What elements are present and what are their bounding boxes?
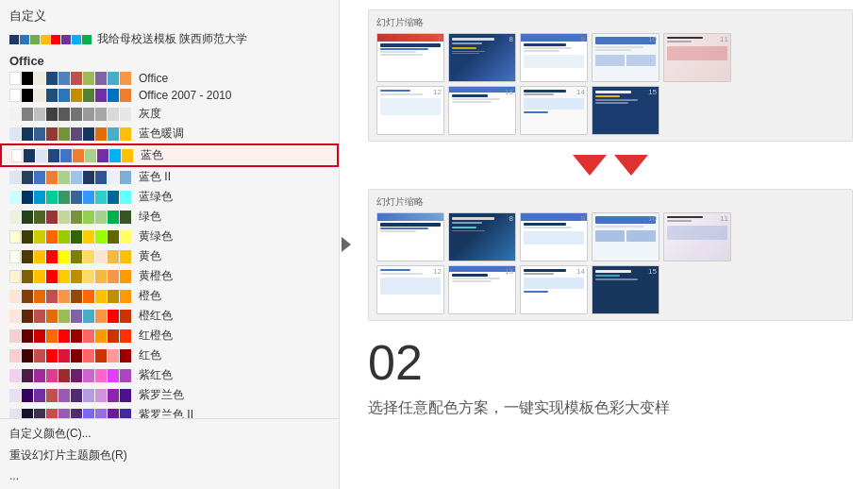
theme-item-9[interactable]: 黄色 (0, 246, 339, 266)
bottom-grid-label: 幻灯片缩略 (376, 195, 844, 209)
theme-swatches-3 (9, 127, 131, 141)
right-panel: 幻灯片缩略 7 (353, 0, 868, 489)
theme-label-4: 蓝色 (141, 147, 163, 163)
bottom-slide-num-11: 11 (720, 214, 728, 223)
top-slide-row: 7 8 (376, 33, 844, 82)
theme-item-14[interactable]: 红色 (0, 346, 339, 365)
theme-label-1: Office 2007 - 2010 (139, 89, 232, 102)
theme-item-3[interactable]: 蓝色暖调 (0, 124, 339, 143)
theme-item-17[interactable]: 紫罗兰色 II (0, 405, 339, 418)
slide-num-15: 15 (648, 88, 657, 96)
theme-item-7[interactable]: 绿色 (0, 207, 339, 227)
theme-item-13[interactable]: 红橙色 (0, 326, 339, 346)
theme-item-11[interactable]: 橙色 (0, 286, 339, 306)
theme-label-9: 黄色 (139, 248, 161, 264)
dots-item: ... (9, 466, 329, 485)
theme-label-6: 蓝绿色 (139, 189, 173, 205)
slide-thumb-10: 10 (592, 33, 659, 82)
custom-colors-item[interactable]: 自定义颜色(C)... (9, 423, 329, 445)
bottom-slide-thumb-15: 15 (592, 265, 659, 314)
bottom-slide-num-10: 10 (648, 214, 657, 223)
theme-label-12: 橙红色 (139, 308, 173, 324)
theme-swatches-14 (9, 349, 131, 363)
slide-num-9: 9 (581, 35, 585, 43)
arrow-down-1 (573, 155, 607, 176)
theme-item-6[interactable]: 蓝绿色 (0, 187, 339, 207)
theme-item-4[interactable]: 蓝色 (0, 143, 339, 167)
theme-swatches-5 (9, 171, 131, 184)
description-text: 选择任意配色方案，一键实现模板色彩大变样 (368, 398, 853, 418)
theme-list: OfficeOffice 2007 - 2010灰度蓝色暖调蓝色蓝色 II蓝绿色… (0, 70, 339, 418)
bottom-slide-num-8: 8 (509, 214, 513, 223)
slide-thumb-14: 14 (520, 86, 588, 135)
left-panel: 自定义 我给母校送模板 陕西师范大学 Office OfficeOffice 2… (0, 0, 340, 489)
slide-num-11: 11 (720, 35, 728, 43)
theme-label-5: 蓝色 II (139, 169, 171, 185)
reset-theme-item[interactable]: 重设幻灯片主题颜色(R) (9, 445, 329, 466)
theme-swatches-13 (9, 329, 131, 343)
theme-item-5[interactable]: 蓝色 II (0, 167, 339, 187)
theme-label-8: 黄绿色 (139, 228, 173, 244)
panel-arrow (340, 0, 353, 489)
theme-swatches-0 (9, 72, 131, 85)
slide-num-10: 10 (648, 35, 657, 43)
theme-swatches-1 (9, 89, 131, 102)
theme-label-11: 橙色 (139, 288, 161, 304)
theme-label-14: 红色 (139, 347, 161, 363)
bottom-slide-num-9: 9 (581, 214, 585, 223)
slide-num-7: 7 (438, 35, 442, 43)
bottom-slide-thumb-14: 14 (520, 265, 588, 314)
bottom-slide-num-13: 13 (505, 267, 513, 276)
slide-thumb-8: 8 (448, 33, 516, 82)
theme-label-0: Office (139, 72, 168, 85)
bottom-slide-num-12: 12 (433, 267, 442, 276)
theme-swatches-7 (9, 211, 131, 224)
panel-title: 自定义 (0, 0, 339, 28)
slide-num-12: 12 (433, 88, 442, 96)
slide-num-13: 13 (505, 88, 513, 96)
arrow-container (368, 151, 853, 179)
theme-swatches-6 (9, 191, 131, 204)
custom-swatches (9, 35, 92, 44)
theme-swatches-4 (11, 149, 133, 162)
theme-item-12[interactable]: 橙红色 (0, 306, 339, 326)
top-slide-row-2: 12 13 14 (376, 86, 844, 135)
bottom-slide-thumb-11: 11 (663, 212, 731, 261)
theme-item-0[interactable]: Office (0, 70, 339, 87)
bottom-slide-thumb-13: 13 (448, 265, 516, 314)
slide-thumb-11: 11 (663, 33, 731, 82)
theme-swatches-17 (9, 409, 131, 419)
theme-label-7: 绿色 (139, 209, 161, 225)
theme-item-16[interactable]: 紫罗兰色 (0, 385, 339, 405)
slide-num-14: 14 (576, 88, 585, 96)
bottom-slide-num-15: 15 (648, 267, 657, 276)
theme-item-10[interactable]: 黄橙色 (0, 266, 339, 286)
custom-theme-item[interactable]: 我给母校送模板 陕西师范大学 (0, 28, 339, 50)
bottom-slide-num-7: 7 (438, 214, 442, 223)
slide-thumb-12: 12 (376, 86, 444, 135)
theme-item-15[interactable]: 紫红色 (0, 365, 339, 385)
bottom-slide-thumb-10: 10 (592, 212, 659, 261)
slide-thumb-15: 15 (592, 86, 659, 135)
theme-swatches-10 (9, 270, 131, 283)
theme-swatches-16 (9, 389, 131, 402)
slide-thumb-7: 7 (376, 33, 444, 82)
section-label: Office (0, 50, 339, 70)
bottom-slide-thumb-9: 9 (520, 212, 588, 261)
bottom-slide-num-14: 14 (576, 267, 585, 276)
slide-num-8: 8 (509, 35, 513, 43)
theme-label-17: 紫罗兰色 II (139, 407, 193, 418)
theme-label-3: 蓝色暖调 (139, 126, 184, 142)
custom-theme-label: 我给母校送模板 陕西师范大学 (97, 31, 247, 47)
theme-label-16: 紫罗兰色 (139, 387, 184, 403)
theme-label-15: 紫红色 (139, 367, 173, 383)
theme-label-2: 灰度 (139, 106, 161, 122)
theme-item-1[interactable]: Office 2007 - 2010 (0, 87, 339, 104)
bottom-section: 02 选择任意配色方案，一键实现模板色彩大变样 (368, 330, 853, 480)
bottom-slide-row-1: 7 8 9 (376, 212, 844, 261)
theme-item-2[interactable]: 灰度 (0, 104, 339, 124)
theme-item-8[interactable]: 黄绿色 (0, 227, 339, 246)
bottom-slide-thumb-7: 7 (376, 212, 444, 261)
theme-swatches-8 (9, 230, 131, 244)
theme-swatches-15 (9, 369, 131, 382)
